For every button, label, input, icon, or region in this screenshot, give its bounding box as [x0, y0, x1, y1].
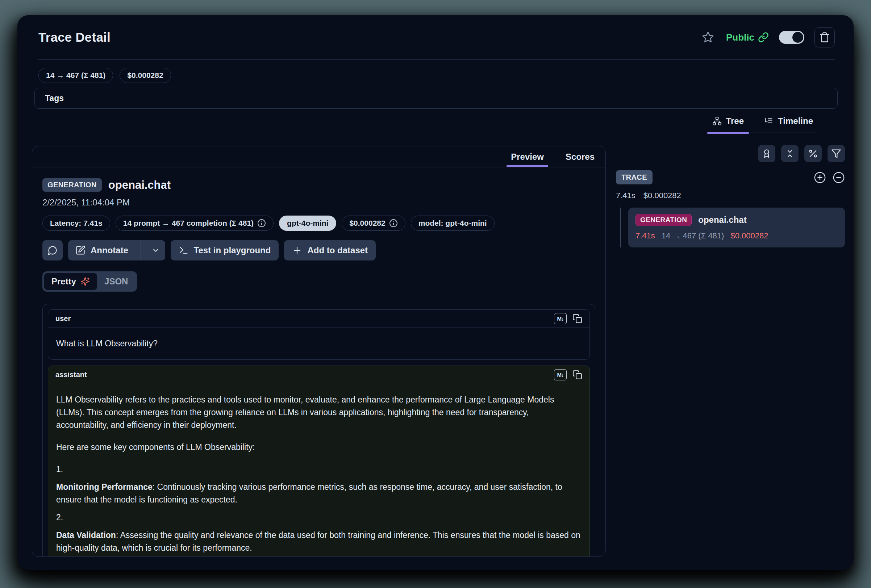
copy-icon[interactable] [572, 314, 582, 323]
observation-timestamp: 2/2/2025, 11:04:04 PM [42, 197, 595, 208]
io-preview: user M↓ What is LLM Observability? assis… [42, 304, 595, 557]
edit-icon [75, 245, 85, 256]
button-divider [141, 240, 141, 260]
trace-cost-badge: $0.000282 [120, 68, 171, 83]
annotate-main[interactable]: Annotate [68, 240, 136, 260]
tab-scores-label: Scores [566, 152, 594, 162]
view-tabs: Tree Timeline [709, 114, 816, 133]
playground-button[interactable]: Test in playground [171, 240, 279, 260]
tab-preview[interactable]: Preview [508, 147, 547, 167]
scores-toolbar-button[interactable] [758, 145, 775, 162]
annotate-button[interactable]: Annotate [68, 240, 165, 260]
public-label: Public [726, 32, 754, 43]
delete-trace-button[interactable] [814, 27, 835, 48]
filter-toolbar-button[interactable] [828, 145, 845, 162]
copy-icon[interactable] [572, 370, 582, 380]
markdown-toggle-icon[interactable]: M↓ [554, 369, 567, 380]
add-to-dataset-button[interactable]: Add to dataset [284, 240, 376, 260]
playground-label: Test in playground [194, 245, 271, 256]
annotate-dropdown[interactable] [147, 240, 165, 260]
assistant-message-content: LLM Observability refers to the practice… [48, 384, 590, 557]
topbar: Trace Detail Public [38, 15, 835, 60]
list-item-text: Data Validation: Assessing the quality a… [56, 529, 582, 554]
assistant-message-actions: M↓ [554, 369, 582, 380]
list-item-body: : Assessing the quality and relevance of… [56, 530, 581, 552]
assistant-message: assistant M↓ LLM Observability refers to… [48, 365, 590, 557]
tab-tree-label: Tree [726, 116, 744, 126]
observation-preview-card: Preview Scores GENERATION openai.chat 2/… [32, 146, 606, 557]
generation-node[interactable]: GENERATION openai.chat 7.41s 14 → 467 (Σ… [628, 208, 845, 247]
chevron-down-icon [151, 246, 160, 255]
star-icon [702, 31, 714, 44]
collapse-toolbar-button[interactable] [781, 145, 799, 162]
comment-icon [48, 245, 58, 256]
pretty-label: Pretty [51, 277, 76, 287]
header-divider [38, 60, 835, 60]
list-item: 2. Data Validation: Assessing the qualit… [56, 511, 582, 554]
list-item-term: Data Validation [56, 530, 116, 540]
model-chip[interactable]: gpt-4o-mini [279, 215, 336, 231]
generation-node-header: GENERATION openai.chat [636, 214, 838, 226]
markdown-toggle-icon[interactable]: M↓ [554, 313, 567, 324]
tags-input[interactable]: Tags [34, 88, 838, 109]
user-message-content: What is LLM Observability? [48, 328, 590, 359]
model-param-value: model: gpt-4o-mini [419, 219, 487, 227]
info-icon[interactable] [257, 219, 266, 227]
comments-button[interactable] [42, 240, 63, 260]
json-label: JSON [104, 277, 128, 287]
info-icon[interactable] [389, 219, 398, 227]
assistant-message-header: assistant M↓ [48, 366, 590, 384]
latency-value: Latency: 7.41s [50, 219, 103, 227]
list-item-number: 1. [56, 463, 582, 476]
link-icon [758, 32, 769, 43]
trace-detail-window: Trace Detail Public 14 → 467 (Σ 481) $0.… [17, 15, 854, 570]
generation-node-badge: GENERATION [636, 214, 691, 226]
user-message: user M↓ What is LLM Observability? [48, 310, 590, 360]
tab-scores[interactable]: Scores [563, 147, 597, 167]
token-usage-value: 14 prompt → 467 completion (Σ 481) [123, 219, 254, 227]
action-buttons: Annotate Test in playground Add to datas… [42, 240, 595, 260]
tab-tree[interactable]: Tree [710, 114, 746, 133]
json-segment[interactable]: JSON [97, 273, 135, 290]
assistant-paragraph: LLM Observability refers to the practice… [56, 393, 582, 431]
observation-type-badge: GENERATION [42, 178, 102, 192]
tree-icon [712, 116, 722, 126]
award-icon [762, 148, 772, 159]
metrics-toolbar-button[interactable] [804, 145, 822, 162]
topbar-actions: Public [700, 27, 835, 48]
sidebar-toolbar [616, 145, 845, 162]
expand-all-icon[interactable] [814, 171, 826, 184]
observation-body: GENERATION openai.chat 2/2/2025, 11:04:0… [32, 168, 605, 557]
generation-node-metrics: 7.41s 14 → 467 (Σ 481) $0.000282 [636, 231, 838, 241]
page-title: Trace Detail [38, 30, 111, 45]
tab-timeline[interactable]: Timeline [762, 114, 815, 133]
list-item-text: Monitoring Performance: Continuously tra… [56, 481, 582, 506]
observation-meta-badges: Latency: 7.41s 14 prompt → 467 completio… [42, 215, 595, 231]
collapse-all-icon[interactable] [833, 171, 845, 184]
token-usage-badge: 14 prompt → 467 completion (Σ 481) [115, 215, 274, 231]
observation-name: openai.chat [108, 179, 171, 192]
sparkles-icon [81, 277, 90, 286]
trace-cost: $0.000282 [127, 71, 163, 80]
public-toggle[interactable] [779, 31, 804, 44]
node-latency: 7.41s [636, 231, 655, 241]
terminal-icon [179, 245, 189, 256]
pretty-segment[interactable]: Pretty [44, 273, 97, 290]
assistant-role-label: assistant [55, 371, 87, 379]
tab-timeline-label: Timeline [778, 116, 813, 126]
timeline-icon [764, 116, 774, 126]
list-item: 1. Monitoring Performance: Continuously … [56, 463, 582, 506]
trace-badges: 14 → 467 (Σ 481) $0.000282 [38, 68, 171, 83]
node-cost: $0.000282 [730, 231, 768, 241]
user-message-header: user M↓ [48, 310, 590, 328]
generation-node-name: openai.chat [698, 215, 746, 225]
public-share-link[interactable]: Public [726, 32, 769, 43]
tree-node-row: GENERATION openai.chat 7.41s 14 → 467 (Σ… [616, 208, 845, 247]
annotate-label: Annotate [91, 245, 128, 256]
trash-icon [819, 32, 830, 43]
latency-badge: Latency: 7.41s [42, 215, 110, 231]
trace-tree-sidebar: TRACE 7.41s $0.000282 GENERATION openai.… [616, 145, 845, 247]
toggle-knob [792, 32, 803, 43]
assistant-paragraph: Here are some key components of LLM Obse… [56, 441, 582, 453]
bookmark-button[interactable] [700, 29, 716, 45]
